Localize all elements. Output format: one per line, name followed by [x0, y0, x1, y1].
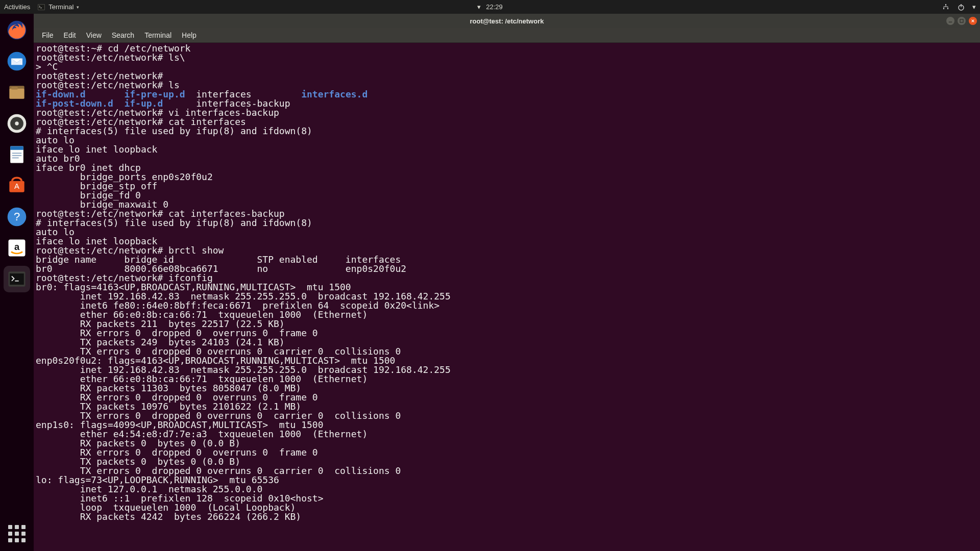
- terminal-output[interactable]: root@test:~# cd /etc/networkroot@test:/e…: [34, 43, 980, 551]
- svg-rect-2: [40, 8, 42, 8]
- dock: A ? a: [0, 14, 34, 551]
- app-menu[interactable]: Terminal ▾: [37, 3, 79, 11]
- network-icon[interactable]: [942, 3, 950, 11]
- apps-grid-icon: [8, 525, 26, 542]
- window-title: root@test: /etc/network: [470, 17, 544, 25]
- svg-rect-29: [15, 281, 18, 282]
- terminal-line: bridge_ports enp0s20f0u2: [36, 172, 978, 182]
- svg-rect-18: [12, 153, 21, 154]
- svg-text:a: a: [14, 241, 20, 252]
- dock-thunderbird[interactable]: [4, 48, 30, 74]
- clock-chevron-icon: ▾: [477, 3, 481, 11]
- clock-time: 22:29: [486, 3, 503, 11]
- svg-text:?: ?: [14, 210, 20, 223]
- terminal-line: bridge_stp off: [36, 182, 978, 191]
- activities-button[interactable]: Activities: [4, 3, 30, 11]
- terminal-line: # interfaces(5) file used by ifup(8) and…: [36, 127, 978, 136]
- menu-edit[interactable]: Edit: [60, 30, 80, 40]
- dock-rhythmbox[interactable]: [4, 110, 30, 137]
- menu-view[interactable]: View: [82, 30, 106, 40]
- dock-libreoffice-writer[interactable]: [4, 141, 30, 168]
- window-maximize-button[interactable]: [958, 17, 966, 25]
- svg-rect-19: [12, 155, 21, 156]
- svg-rect-7: [961, 4, 961, 7]
- power-icon[interactable]: [957, 3, 965, 11]
- svg-rect-28: [10, 273, 24, 285]
- dock-ubuntu-software[interactable]: A: [4, 172, 30, 199]
- terminal-line: auto br0: [36, 154, 978, 163]
- terminal-line: bridge_fd 0: [36, 191, 978, 200]
- terminal-menubar: File Edit View Search Terminal Help: [34, 28, 980, 43]
- svg-rect-3: [945, 4, 946, 5]
- terminal-line: auto lo: [36, 136, 978, 145]
- terminal-line: iface lo inet loopback: [36, 145, 978, 154]
- terminal-line: > ^C: [36, 62, 978, 71]
- terminal-line: # interfaces(5) file used by ifup(8) and…: [36, 218, 978, 228]
- dock-help[interactable]: ?: [4, 204, 30, 230]
- window-titlebar[interactable]: root@test: /etc/network: [34, 14, 980, 28]
- panel-clock[interactable]: ▾ 22:29: [477, 3, 503, 11]
- svg-point-15: [15, 121, 18, 125]
- app-menu-label: Terminal: [48, 3, 74, 11]
- show-apps-button[interactable]: [4, 520, 30, 547]
- terminal-line: root@test:/etc/network# ls\: [36, 53, 978, 62]
- menu-help[interactable]: Help: [178, 30, 201, 40]
- gnome-top-panel: Activities Terminal ▾ ▾ 22:29 ▾: [0, 0, 980, 14]
- menu-search[interactable]: Search: [108, 30, 138, 40]
- dock-terminal[interactable]: [4, 266, 30, 292]
- svg-rect-17: [10, 146, 23, 150]
- system-menu-chevron-icon[interactable]: ▾: [972, 3, 976, 11]
- terminal-line: auto lo: [36, 228, 978, 237]
- dock-amazon[interactable]: a: [4, 235, 30, 261]
- svg-rect-31: [960, 19, 963, 22]
- svg-rect-12: [11, 87, 18, 90]
- svg-rect-4: [943, 8, 944, 9]
- terminal-icon: [37, 3, 45, 11]
- svg-rect-20: [12, 158, 19, 159]
- svg-rect-5: [947, 8, 948, 9]
- menu-file[interactable]: File: [38, 30, 58, 40]
- dock-files[interactable]: [4, 79, 30, 106]
- window-minimize-button[interactable]: [946, 17, 954, 25]
- chevron-down-icon: ▾: [77, 5, 79, 10]
- svg-rect-11: [9, 89, 24, 99]
- terminal-line: RX packets 4242 bytes 266224 (266.2 KB): [36, 512, 978, 521]
- svg-rect-30: [949, 22, 952, 22]
- svg-text:A: A: [14, 182, 19, 190]
- dock-firefox[interactable]: [4, 17, 30, 43]
- menu-terminal[interactable]: Terminal: [140, 30, 176, 40]
- window-close-button[interactable]: [969, 17, 977, 25]
- terminal-window: root@test: /etc/network File Edit View S…: [34, 14, 980, 551]
